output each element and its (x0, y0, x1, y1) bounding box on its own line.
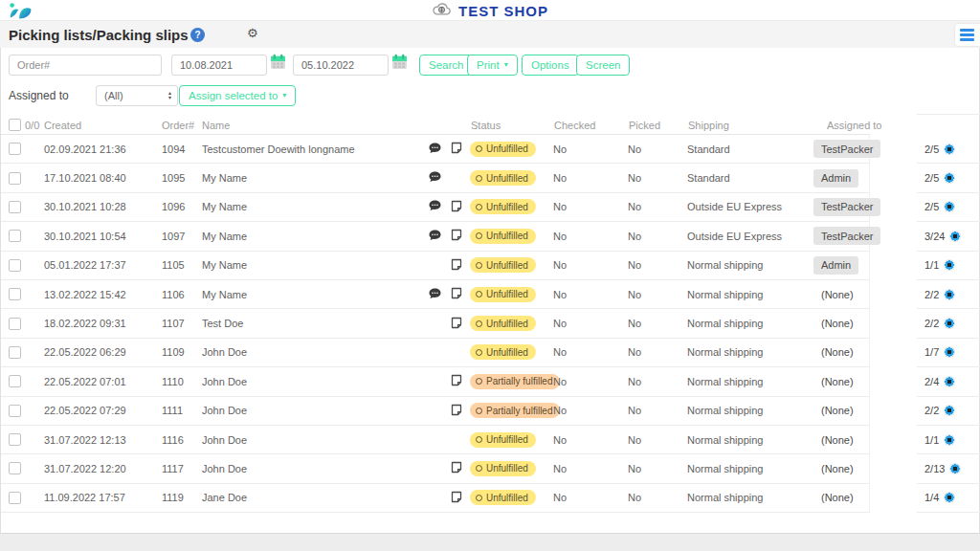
date-from-input[interactable] (171, 55, 267, 76)
assign-selected-button[interactable]: Assign selected to ▾ (179, 85, 296, 106)
note-icon[interactable] (451, 142, 462, 156)
row-checkbox[interactable] (9, 172, 21, 185)
order-search-input[interactable] (9, 55, 162, 76)
comment-icon[interactable] (429, 230, 441, 243)
assigned-badge[interactable]: Admin (813, 256, 858, 275)
created-cell: 05.01.2022 17:37 (44, 259, 162, 271)
col-shipping[interactable]: Shipping (688, 120, 814, 131)
comment-icon[interactable] (429, 143, 441, 156)
row-checkbox[interactable] (9, 201, 21, 213)
row-progress[interactable]: 2/5 (917, 193, 980, 222)
col-checked[interactable]: Checked (554, 120, 629, 131)
status-badge: Unfulfilled (470, 461, 536, 476)
assigned-badge[interactable]: (None) (813, 315, 861, 333)
status-label: Partially fulfilled (486, 376, 552, 386)
eye-icon[interactable] (944, 376, 955, 387)
print-button[interactable]: Print ▾ (467, 55, 518, 76)
row-progress[interactable]: 1/7 (917, 339, 980, 367)
row-progress[interactable]: 2/5 (917, 164, 980, 192)
side-column-divider (917, 114, 980, 115)
row-progress[interactable]: 1/4 (917, 484, 980, 513)
menu-button[interactable] (955, 24, 980, 46)
eye-icon[interactable] (944, 434, 955, 446)
assigned-badge[interactable]: (None) (813, 372, 861, 390)
note-icon[interactable] (451, 229, 462, 243)
gear-icon[interactable]: ⚙ (247, 26, 258, 40)
col-name[interactable]: Name (202, 120, 430, 131)
comment-icon[interactable] (429, 288, 441, 301)
note-icon[interactable] (451, 200, 462, 214)
eye-icon[interactable] (944, 492, 955, 503)
row-progress[interactable]: 2/2 (917, 397, 980, 426)
assigned-to-select[interactable]: (All) ▴▾ (96, 85, 178, 106)
created-cell: 30.10.2021 10:28 (44, 201, 162, 212)
col-order[interactable]: Order# (162, 120, 202, 131)
calendar-icon-from[interactable] (270, 54, 286, 70)
eye-icon[interactable] (944, 405, 955, 416)
note-icon[interactable] (451, 491, 462, 505)
row-progress[interactable]: 1/1 (917, 252, 980, 280)
row-progress[interactable]: 1/1 (917, 426, 980, 454)
row-progress[interactable]: 2/13 (917, 454, 980, 483)
assigned-badge[interactable]: (None) (813, 343, 861, 362)
eye-icon[interactable] (949, 463, 961, 474)
row-checkbox[interactable] (9, 346, 21, 359)
comment-icon[interactable] (429, 171, 441, 185)
assigned-badge[interactable]: (None) (813, 430, 861, 449)
eye-icon[interactable] (944, 201, 955, 212)
assigned-badge[interactable]: TestPacker (813, 198, 880, 216)
assigned-badge[interactable]: (None) (813, 402, 861, 420)
eye-icon[interactable] (944, 346, 955, 358)
row-progress[interactable]: 2/2 (917, 280, 980, 309)
assigned-badge[interactable]: TestPacker (813, 140, 880, 158)
status-circle-icon (476, 204, 482, 210)
select-all-checkbox[interactable] (9, 119, 21, 131)
note-icon[interactable] (451, 287, 462, 301)
note-icon[interactable] (451, 258, 462, 273)
note-icon[interactable] (451, 374, 462, 388)
row-progress[interactable]: 2/2 (917, 309, 980, 338)
row-checkbox[interactable] (9, 375, 21, 387)
eye-icon[interactable] (949, 231, 961, 242)
checked-cell: No (553, 201, 628, 212)
row-checkbox[interactable] (9, 433, 21, 446)
assigned-badge[interactable]: (None) (813, 489, 861, 507)
help-icon[interactable]: ? (190, 28, 205, 42)
calendar-icon-to[interactable] (391, 54, 408, 70)
search-button[interactable]: Search (419, 55, 473, 76)
eye-icon[interactable] (944, 259, 955, 271)
row-checkbox[interactable] (9, 288, 21, 300)
picked-cell: No (628, 289, 687, 300)
note-icon[interactable] (451, 461, 462, 475)
assigned-badge[interactable]: (None) (813, 459, 861, 477)
eye-icon[interactable] (944, 289, 955, 300)
note-icon[interactable] (451, 317, 462, 331)
row-checkbox[interactable] (9, 259, 21, 272)
row-checkbox[interactable] (9, 462, 21, 474)
picked-cell: No (628, 376, 687, 387)
eye-icon[interactable] (944, 318, 955, 329)
row-checkbox[interactable] (9, 492, 21, 504)
row-checkbox[interactable] (9, 405, 21, 417)
assigned-badge[interactable]: TestPacker (813, 227, 880, 245)
comment-icon[interactable] (429, 200, 441, 213)
eye-icon[interactable] (944, 143, 955, 155)
row-progress[interactable]: 3/24 (917, 222, 980, 251)
screen-button[interactable]: Screen (576, 55, 630, 76)
options-button[interactable]: Options (522, 55, 579, 76)
row-progress[interactable]: 2/5 (917, 135, 980, 164)
assigned-badge[interactable]: Admin (813, 169, 858, 187)
progress-count: 2/2 (924, 405, 939, 416)
note-icon[interactable] (451, 404, 462, 418)
assigned-badge[interactable]: (None) (813, 285, 861, 303)
eye-icon[interactable] (944, 172, 955, 184)
row-progress[interactable]: 2/4 (917, 367, 980, 396)
row-checkbox[interactable] (9, 318, 21, 330)
col-picked[interactable]: Picked (629, 120, 688, 131)
row-checkbox[interactable] (9, 143, 21, 155)
row-checkbox[interactable] (9, 230, 21, 242)
col-status[interactable]: Status (471, 120, 554, 131)
col-assigned[interactable]: Assigned to (814, 120, 870, 131)
col-created[interactable]: Created (44, 120, 162, 131)
date-to-input[interactable] (293, 55, 389, 76)
